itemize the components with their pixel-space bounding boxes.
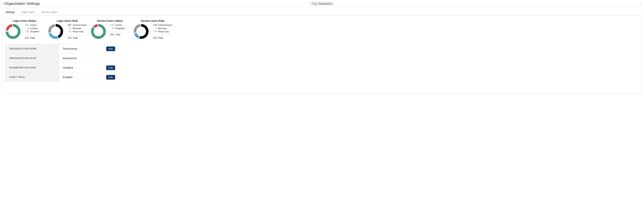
settings-value-cell: DisabledEdit — [59, 63, 119, 72]
org-name: Tetrascience — [318, 2, 332, 5]
legend-total: 233Total — [65, 35, 87, 39]
legend-value: 182 — [22, 24, 29, 27]
content-area: SettingsLogin UsersService Users Login U… — [0, 8, 644, 212]
org-label: Org: — [312, 2, 317, 5]
legend: 178Administrator47Member88Read only313To… — [150, 24, 172, 39]
settings-value: Disabled — [63, 66, 73, 69]
legend-value: 37 — [108, 27, 114, 30]
stat-title: Service Users Status — [90, 19, 130, 22]
header-left: ‹ Organization Settings — [2, 2, 40, 6]
stat-title: Service Users Role — [133, 19, 172, 22]
forward-chevron-icon[interactable]: › — [641, 2, 642, 5]
settings-table: ORGANIZATION NAMETetrascienceEditORGANIZ… — [5, 44, 119, 82]
settings-value-cell: EnabledEdit — [59, 73, 119, 82]
legend: 182Active1Locked50Disabled233Total — [22, 24, 44, 39]
settings-value-cell: tetrascience — [59, 54, 119, 63]
settings-row-audit-trail: AUDIT TRAILEnabledEdit — [5, 73, 119, 82]
edit-button[interactable]: Edit — [106, 75, 115, 80]
legend-total: 233Total — [22, 35, 44, 39]
legend-total-value: 313 — [108, 33, 114, 36]
legend-total-label: Total — [115, 33, 120, 36]
legend-row: 182Active — [22, 24, 44, 27]
stat-block-login-users-role: Login Users Role107Administrator61Member… — [48, 19, 87, 40]
legend-label: Active — [30, 24, 36, 27]
stats-row: Login Users Status182Active1Locked50Disa… — [5, 19, 639, 40]
legend-total-value: 233 — [65, 37, 72, 39]
legend-value: 61 — [65, 27, 72, 30]
stat-body: 178Administrator47Member88Read only313To… — [133, 24, 172, 40]
legend-label: Member — [158, 27, 167, 30]
legend-row: 1Locked — [22, 27, 44, 30]
legend-total-label: Total — [158, 37, 163, 39]
legend-label: Disabled — [115, 27, 125, 30]
legend-label: Active — [115, 24, 122, 27]
settings-row-password-policies: PASSWORD POLICIESDisabledEdit — [5, 63, 119, 73]
legend-value: 65 — [65, 30, 72, 33]
legend-label: Read only — [72, 30, 84, 33]
legend-row: 65Read only — [65, 30, 87, 33]
legend: 107Administrator61Member65Read only233To… — [65, 24, 87, 39]
tab-login-users[interactable]: Login Users — [18, 9, 38, 16]
legend-value: 50 — [22, 30, 29, 33]
settings-row-organization-slug: ORGANIZATION SLUGtetrascience — [5, 54, 119, 63]
legend-total: 313Total — [150, 35, 172, 39]
legend-row: 50Disabled — [22, 30, 44, 33]
legend-label: Member — [72, 27, 82, 30]
settings-value-cell: TetrascienceEdit — [59, 44, 119, 53]
legend-value: 47 — [150, 27, 157, 30]
settings-label: AUDIT TRAIL — [5, 73, 59, 82]
settings-row-organization-name: ORGANIZATION NAMETetrascienceEdit — [5, 44, 119, 54]
org-selector-pill[interactable]: Org: Tetrascience — [310, 2, 334, 6]
legend-row: 88Read only — [150, 30, 172, 33]
stat-body: 107Administrator61Member65Read only233To… — [48, 24, 87, 40]
settings-label: PASSWORD POLICIES — [5, 63, 59, 72]
legend-label: Disabled — [30, 30, 39, 33]
page-title: Organization Settings — [4, 2, 40, 6]
donut-chart — [48, 24, 64, 40]
donut-chart — [133, 24, 149, 40]
stat-block-login-users-status: Login Users Status182Active1Locked50Disa… — [5, 19, 44, 40]
back-chevron-icon[interactable]: ‹ — [2, 2, 3, 5]
settings-label: ORGANIZATION NAME — [5, 44, 59, 53]
stat-body: 276Active37Disabled313Total — [90, 24, 130, 40]
legend-row: 37Disabled — [108, 27, 130, 30]
stat-block-service-users-status: Service Users Status276Active37Disabled3… — [90, 19, 130, 40]
legend-total: 313Total — [108, 32, 130, 36]
edit-button[interactable]: Edit — [106, 47, 115, 51]
page-header: ‹ Organization Settings Org: Tetrascienc… — [0, 0, 644, 8]
legend-total-label: Total — [72, 37, 78, 39]
legend-row: 276Active — [108, 24, 130, 27]
legend-label: Read only — [158, 30, 169, 33]
legend-total-value: 233 — [22, 37, 29, 39]
stat-block-service-users-role: Service Users Role178Administrator47Memb… — [133, 19, 172, 40]
legend-row: 107Administrator — [65, 24, 87, 27]
edit-button[interactable]: Edit — [106, 66, 115, 70]
tabs: SettingsLogin UsersService Users — [2, 9, 642, 16]
tab-settings[interactable]: Settings — [2, 9, 18, 16]
settings-label: ORGANIZATION SLUG — [5, 54, 59, 63]
legend-value: 1 — [22, 27, 29, 30]
tab-service-users[interactable]: Service Users — [38, 9, 60, 16]
legend-total-value: 313 — [150, 37, 157, 39]
settings-value: tetrascience — [63, 57, 77, 60]
legend-label: Locked — [30, 27, 38, 30]
stat-body: 182Active1Locked50Disabled233Total — [5, 24, 44, 40]
settings-value: Tetrascience — [63, 47, 78, 50]
stat-title: Login Users Status — [5, 19, 44, 22]
legend-row: 47Member — [150, 27, 172, 30]
legend-total-label: Total — [30, 37, 35, 39]
legend-value: 107 — [65, 24, 72, 27]
legend-value: 178 — [150, 24, 157, 27]
legend-label: Administrator — [72, 24, 87, 27]
donut-chart — [90, 24, 106, 40]
legend-row: 178Administrator — [150, 24, 172, 27]
legend-label: Administrator — [158, 24, 172, 27]
legend: 276Active37Disabled313Total — [108, 24, 130, 36]
donut-chart — [5, 24, 21, 40]
legend-value: 276 — [108, 24, 114, 27]
settings-value: Enabled — [63, 76, 72, 79]
tab-panel-settings: Login Users Status182Active1Locked50Disa… — [2, 16, 642, 94]
legend-row: 61Member — [65, 27, 87, 30]
legend-value: 88 — [150, 30, 157, 33]
stat-title: Login Users Role — [48, 19, 87, 22]
